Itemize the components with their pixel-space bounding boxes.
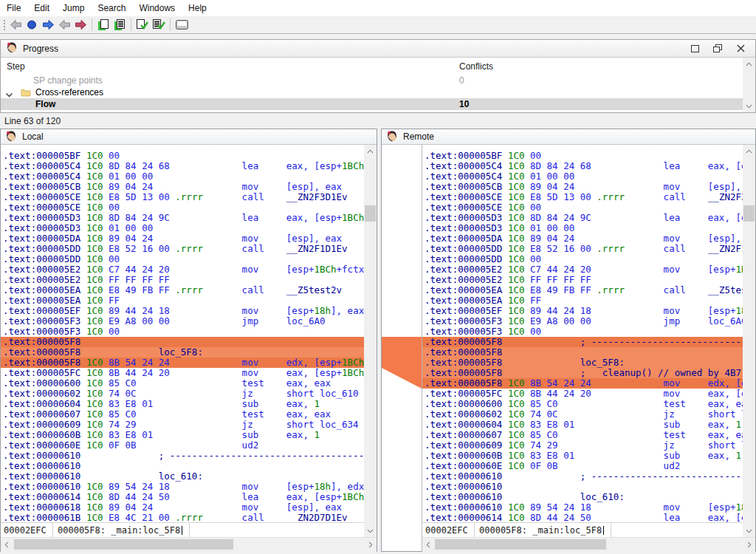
apply-block-icon[interactable] xyxy=(134,18,151,33)
menu-windows[interactable]: Windows xyxy=(132,1,182,16)
asm-line[interactable]: .text:000005EA 1C0 E8 49 FB FF .rrrr cal… xyxy=(1,285,364,295)
asm-line[interactable]: .text:000005BF 1C0 00 xyxy=(422,151,743,161)
asm-line[interactable]: .text:000005E2 1C0 FF FF FF FF xyxy=(422,275,743,285)
scroll-right-icon[interactable] xyxy=(365,538,377,551)
asm-line[interactable]: .text:0000060E 1C0 0F 0B ud2 xyxy=(1,440,364,451)
scroll-down-icon[interactable] xyxy=(743,525,755,536)
forward-arrow-icon[interactable] xyxy=(40,18,56,33)
asm-line[interactable]: .text:000005D3 1C0 8D 84 24 9C lea eax, … xyxy=(422,213,743,223)
asm-line[interactable]: .text:00000614 1C0 8D 44 24 50 lea eax, … xyxy=(1,492,364,502)
asm-line[interactable]: .text:000005FC 1C0 8B 44 24 20 mov eax, … xyxy=(1,368,364,378)
asm-line[interactable]: .text:000005DA 1C0 89 04 24 mov [esp], e… xyxy=(422,233,743,244)
progress-titlebar[interactable]: Progress xyxy=(1,40,755,58)
asm-line[interactable]: .text:000005D3 1C0 8D 84 24 9C lea eax, … xyxy=(1,213,364,223)
asm-line[interactable]: .text:00000618 1C0 89 04 24 mov [esp], e… xyxy=(1,502,364,513)
asm-line[interactable]: .text:00000610 ; -----------------------… xyxy=(1,451,364,461)
asm-line[interactable]: .text:000005F8 1C0 8B 54 24 24 mov edx, … xyxy=(422,378,743,389)
current-position-icon[interactable] xyxy=(24,18,40,33)
asm-line[interactable]: .text:000005C4 1C0 01 00 00 xyxy=(1,171,364,182)
previous-difference-icon[interactable] xyxy=(56,18,72,33)
asm-line[interactable]: .text:0000061B 1C0 E8 4C 21 00 .rrrr cal… xyxy=(1,513,364,523)
asm-line[interactable]: .text:00000610 ; -----------------------… xyxy=(422,471,743,482)
copy-block-icon[interactable] xyxy=(95,18,111,33)
asm-line[interactable]: .text:000005EF 1C0 89 44 24 18 mov [esp+… xyxy=(1,306,364,316)
menu-help[interactable]: Help xyxy=(182,1,213,16)
scroll-left-icon[interactable] xyxy=(1,538,13,551)
asm-line[interactable]: .text:000005DA 1C0 89 04 24 mov [esp], e… xyxy=(1,233,364,244)
scroll-up-icon[interactable] xyxy=(743,58,755,69)
scrollbar-thumb[interactable] xyxy=(365,205,376,222)
menu-edit[interactable]: Edit xyxy=(27,1,56,16)
asm-line[interactable]: .text:0000060E 1C0 0F 0B ud2 xyxy=(422,461,743,471)
asm-line[interactable]: .text:000005EF 1C0 89 44 24 18 mov [esp+… xyxy=(422,306,743,316)
asm-line[interactable]: .text:000005F3 1C0 00 xyxy=(422,326,743,337)
asm-line[interactable]: .text:000005C4 1C0 01 00 00 xyxy=(422,171,743,182)
scrollbar-thumb[interactable] xyxy=(435,539,606,550)
asm-line[interactable]: .text:000005F8 loc_5F8: xyxy=(1,347,364,358)
remote-horizontal-scrollbar[interactable] xyxy=(422,537,755,552)
asm-line[interactable]: .text:000005CE 1C0 00 xyxy=(422,202,743,213)
progress-row-flow[interactable]: Flow10 xyxy=(1,98,743,110)
scroll-right-icon[interactable] xyxy=(743,538,755,551)
asm-line[interactable]: .text:00000610 1C0 89 54 24 18 mov [esp+… xyxy=(1,482,364,492)
asm-line[interactable]: .text:00000610 xyxy=(422,482,743,492)
menu-file[interactable]: File xyxy=(0,1,27,16)
asm-line[interactable]: .text:00000607 1C0 85 C0 test eax, eax xyxy=(1,409,364,420)
asm-line[interactable]: .text:00000614 1C0 8D 44 24 50 lea eax, … xyxy=(422,513,743,523)
remote-disassembly-listing[interactable]: .text:000005BF 1C0 00.text:000005C4 1C0 … xyxy=(422,145,743,528)
asm-line[interactable]: .text:000005F8 1C0 8B 54 24 24 mov edx, … xyxy=(1,358,364,368)
asm-line[interactable]: .text:000005CE 1C0 E8 5D 13 00 .rrrr cal… xyxy=(422,192,743,202)
menu-jump[interactable]: Jump xyxy=(56,1,91,16)
asm-line[interactable]: .text:000005EA 1C0 FF xyxy=(422,295,743,306)
asm-line[interactable]: .text:000005CB 1C0 89 04 24 mov [esp], e… xyxy=(1,182,364,192)
back-arrow-icon[interactable] xyxy=(7,18,24,33)
scroll-down-icon[interactable] xyxy=(743,100,755,112)
asm-line[interactable]: .text:00000602 1C0 74 0C jz short loc_61… xyxy=(1,389,364,399)
asm-line[interactable]: .text:00000609 1C0 74 29 jz short loc_63… xyxy=(422,440,743,451)
asm-line[interactable]: .text:000005E2 1C0 FF FF FF FF xyxy=(1,275,364,285)
asm-line[interactable]: .text:000005F3 1C0 00 xyxy=(1,326,364,337)
asm-line[interactable]: .text:000005F8 xyxy=(422,347,743,358)
scrollbar-thumb[interactable] xyxy=(743,205,755,222)
asm-line[interactable]: .text:000005E2 1C0 C7 44 24 20 mov [esp+… xyxy=(1,264,364,275)
local-disassembly-listing[interactable]: .text:000005BF 1C0 00.text:000005C4 1C0 … xyxy=(1,145,364,528)
scroll-up-icon[interactable] xyxy=(743,146,755,157)
asm-line[interactable]: .text:000005D3 1C0 01 00 00 xyxy=(1,223,364,233)
asm-line[interactable]: .text:000005DD 1C0 E8 52 16 00 .rrrr cal… xyxy=(422,244,743,254)
local-titlebar[interactable]: Local xyxy=(1,129,377,145)
asm-line[interactable]: .text:000005CB 1C0 89 04 24 mov [esp], e… xyxy=(422,182,743,192)
asm-line[interactable]: .text:00000600 1C0 85 C0 test eax, eax xyxy=(422,399,743,409)
copy-all-icon[interactable] xyxy=(111,18,128,33)
asm-line[interactable]: .text:000005FC 1C0 8B 44 24 20 mov eax, … xyxy=(422,389,743,399)
asm-line[interactable]: .text:000005DD 1C0 00 xyxy=(422,254,743,264)
progress-scrollbar[interactable] xyxy=(743,58,755,112)
local-horizontal-scrollbar[interactable] xyxy=(1,537,377,552)
asm-line[interactable]: .text:000005F8 ; cleanup() // owned by 4… xyxy=(422,368,743,378)
asm-line[interactable]: .text:000005F3 1C0 E9 A8 00 00 jmp loc_6… xyxy=(422,316,743,326)
next-difference-icon[interactable] xyxy=(72,18,89,33)
asm-line[interactable]: .text:00000610 loc_610: xyxy=(422,492,743,502)
asm-line[interactable]: .text:000005CE 1C0 E8 5D 13 00 .rrrr cal… xyxy=(1,192,364,202)
scroll-left-icon[interactable] xyxy=(422,538,434,551)
asm-line[interactable]: .text:000005E2 1C0 C7 44 24 20 mov [esp+… xyxy=(422,264,743,275)
scroll-down-icon[interactable] xyxy=(364,525,377,536)
progress-row-cross-references[interactable]: Cross-references xyxy=(1,86,755,98)
scroll-up-icon[interactable] xyxy=(364,146,377,157)
asm-line[interactable]: .text:000005EA 1C0 FF xyxy=(1,295,364,306)
progress-row-sp-change-points[interactable]: SP change points0 xyxy=(1,75,755,86)
asm-line[interactable]: .text:00000607 1C0 85 C0 test eax, eax xyxy=(422,430,743,440)
local-vertical-scrollbar[interactable] xyxy=(364,145,377,537)
menu-search[interactable]: Search xyxy=(91,1,132,16)
asm-line[interactable]: .text:00000610 loc_610: xyxy=(1,471,364,482)
close-button[interactable] xyxy=(735,44,746,54)
asm-line[interactable]: .text:000005BF 1C0 00 xyxy=(1,151,364,161)
apply-all-icon[interactable] xyxy=(151,18,167,33)
asm-line[interactable]: .text:00000604 1C0 83 E8 01 sub eax, 1 xyxy=(1,399,364,409)
asm-line[interactable]: .text:000005D3 1C0 01 00 00 xyxy=(422,223,743,233)
remote-vertical-scrollbar[interactable] xyxy=(743,145,755,537)
remote-titlebar[interactable]: Remote xyxy=(382,129,755,145)
grip-handle[interactable] xyxy=(2,18,5,32)
asm-line[interactable]: .text:000005DD 1C0 00 xyxy=(1,254,364,264)
asm-line[interactable]: .text:00000610 1C0 89 54 24 18 mov [esp+… xyxy=(422,502,743,513)
asm-line[interactable]: .text:00000604 1C0 83 E8 01 sub eax, 1 xyxy=(422,420,743,430)
